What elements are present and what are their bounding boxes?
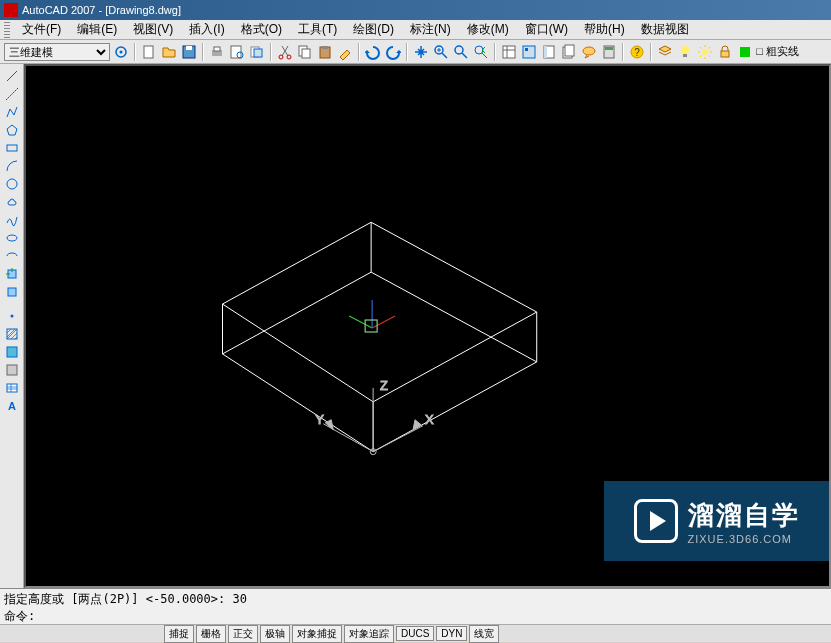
svg-point-1 (120, 50, 123, 53)
layer-sun-icon[interactable] (696, 42, 714, 62)
print-preview-icon[interactable] (228, 42, 246, 62)
ellipse-arc-icon[interactable] (3, 248, 21, 264)
paste-icon[interactable] (316, 42, 334, 62)
polygon-icon[interactable] (3, 122, 21, 138)
draw-toolbar: A (0, 64, 24, 588)
menu-handle[interactable] (4, 22, 10, 38)
svg-rect-22 (525, 48, 528, 51)
polyline-icon[interactable] (3, 104, 21, 120)
layer-bulb-icon[interactable] (676, 42, 694, 62)
properties-icon[interactable] (500, 42, 518, 62)
menu-window[interactable]: 窗口(W) (517, 19, 576, 40)
redo-icon[interactable] (384, 42, 402, 62)
layer-name[interactable]: □ 粗实线 (756, 44, 827, 59)
layer-color-icon[interactable] (736, 42, 754, 62)
watermark: 溜溜自学 ZIXUE.3D66.COM (604, 481, 829, 561)
svg-point-34 (702, 49, 708, 55)
cut-icon[interactable] (276, 42, 294, 62)
quickcalc-icon[interactable] (600, 42, 618, 62)
gradient-icon[interactable] (3, 344, 21, 360)
dyn-toggle[interactable]: DYN (436, 626, 467, 641)
rectangle-icon[interactable] (3, 140, 21, 156)
menu-format[interactable]: 格式(O) (233, 19, 290, 40)
menu-dimension[interactable]: 标注(N) (402, 19, 459, 40)
print-icon[interactable] (208, 42, 226, 62)
open-icon[interactable] (160, 42, 178, 62)
svg-rect-4 (186, 46, 192, 50)
polar-toggle[interactable]: 极轴 (260, 625, 290, 643)
ellipse-icon[interactable] (3, 230, 21, 246)
mtext-icon[interactable]: A (3, 398, 21, 414)
menu-modify[interactable]: 修改(M) (459, 19, 517, 40)
match-props-icon[interactable] (336, 42, 354, 62)
svg-point-39 (7, 235, 17, 241)
menu-edit[interactable]: 编辑(E) (69, 19, 125, 40)
svg-rect-44 (7, 347, 17, 357)
svg-rect-2 (144, 46, 153, 58)
hatch-icon[interactable] (3, 326, 21, 342)
copy-icon[interactable] (296, 42, 314, 62)
revision-cloud-icon[interactable] (3, 194, 21, 210)
svg-rect-14 (302, 49, 310, 58)
command-window[interactable]: 指定高度或 [两点(2P)] <-50.0000>: 30 命令: (0, 588, 831, 624)
undo-icon[interactable] (364, 42, 382, 62)
region-icon[interactable] (3, 362, 21, 378)
menu-tools[interactable]: 工具(T) (290, 19, 345, 40)
ducs-toggle[interactable]: DUCS (396, 626, 434, 641)
make-block-icon[interactable] (3, 284, 21, 300)
arc-icon[interactable] (3, 158, 21, 174)
layer-lock-icon[interactable] (716, 42, 734, 62)
point-icon[interactable] (3, 308, 21, 324)
tool-palettes-icon[interactable] (540, 42, 558, 62)
construction-line-icon[interactable] (3, 86, 21, 102)
menu-help[interactable]: 帮助(H) (576, 19, 633, 40)
svg-point-11 (279, 55, 283, 59)
menu-draw[interactable]: 绘图(D) (345, 19, 402, 40)
table-icon[interactable] (3, 380, 21, 396)
grid-toggle[interactable]: 栅格 (196, 625, 226, 643)
svg-point-27 (583, 47, 595, 55)
lwt-toggle[interactable]: 线宽 (469, 625, 499, 643)
statusbar: 捕捉 栅格 正交 极轴 对象捕捉 对象追踪 DUCS DYN 线宽 (0, 624, 831, 642)
zoom-window-icon[interactable] (452, 42, 470, 62)
menu-dataview[interactable]: 数据视图 (633, 19, 697, 40)
menu-file[interactable]: 文件(F) (14, 19, 69, 40)
otrack-toggle[interactable]: 对象追踪 (344, 625, 394, 643)
zoom-realtime-icon[interactable] (432, 42, 450, 62)
insert-block-icon[interactable] (3, 266, 21, 282)
svg-rect-33 (683, 54, 687, 57)
pan-icon[interactable] (412, 42, 430, 62)
line-icon[interactable] (3, 68, 21, 84)
drawing-canvas[interactable]: Z Y X 溜溜自学 ZIXUE.3D66.COM (24, 64, 831, 588)
svg-rect-45 (7, 365, 17, 375)
menu-insert[interactable]: 插入(I) (181, 19, 232, 40)
play-icon (634, 499, 678, 543)
workspace-select[interactable]: 三维建模 (4, 43, 110, 61)
markup-icon[interactable] (580, 42, 598, 62)
snap-toggle[interactable]: 捕捉 (164, 625, 194, 643)
titlebar: AutoCAD 2007 - [Drawing8.dwg] (0, 0, 831, 20)
spline-icon[interactable] (3, 212, 21, 228)
design-center-icon[interactable] (520, 42, 538, 62)
watermark-url: ZIXUE.3D66.COM (688, 533, 800, 545)
svg-rect-35 (721, 51, 729, 57)
help-icon[interactable]: ? (628, 42, 646, 62)
publish-icon[interactable] (248, 42, 266, 62)
osnap-toggle[interactable]: 对象捕捉 (292, 625, 342, 643)
svg-text:Z: Z (380, 378, 388, 393)
svg-point-18 (455, 46, 463, 54)
workspace-settings-icon[interactable] (112, 42, 130, 62)
sheet-set-icon[interactable] (560, 42, 578, 62)
circle-icon[interactable] (3, 176, 21, 192)
new-icon[interactable] (140, 42, 158, 62)
layer-state-icon[interactable] (656, 42, 674, 62)
zoom-previous-icon[interactable] (472, 42, 490, 62)
menu-view[interactable]: 视图(V) (125, 19, 181, 40)
svg-rect-36 (740, 47, 750, 57)
svg-rect-46 (7, 384, 17, 392)
ortho-toggle[interactable]: 正交 (228, 625, 258, 643)
command-prompt: 命令: (4, 608, 827, 625)
svg-rect-26 (565, 45, 574, 56)
save-icon[interactable] (180, 42, 198, 62)
svg-point-12 (287, 55, 291, 59)
